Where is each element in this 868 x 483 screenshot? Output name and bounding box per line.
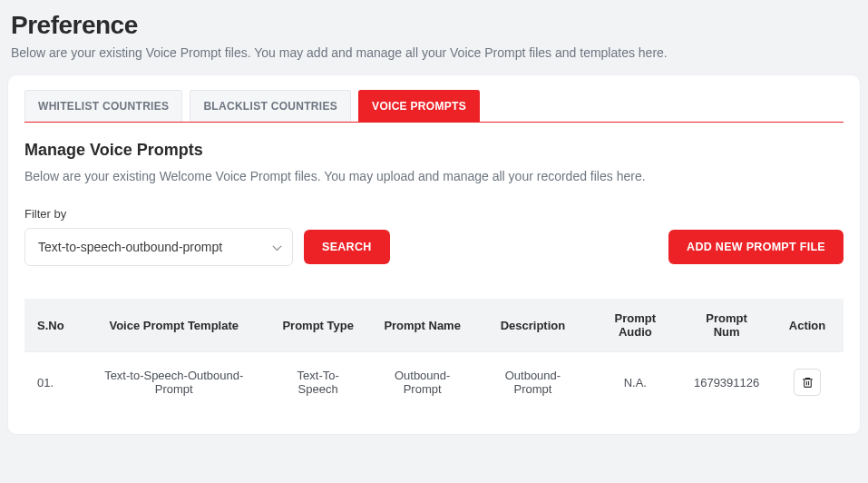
cell-type: Text-To-Speech <box>268 352 366 413</box>
filter-label: Filter by <box>24 207 844 221</box>
col-sno: S.No <box>24 299 79 352</box>
cell-name: Outbound-Prompt <box>367 352 478 413</box>
search-button[interactable]: SEARCH <box>304 230 390 264</box>
section-title: Manage Voice Prompts <box>24 141 844 160</box>
cell-audio: N.A. <box>588 352 682 413</box>
col-num: Prompt Num <box>682 299 771 352</box>
cell-desc: Outbound-Prompt <box>477 352 588 413</box>
prompts-table: S.No Voice Prompt Template Prompt Type P… <box>24 299 844 412</box>
add-prompt-file-button[interactable]: ADD NEW PROMPT FILE <box>668 230 844 264</box>
filter-row: Text-to-speech-outbound-prompt SEARCH AD… <box>24 228 844 266</box>
col-desc: Description <box>477 299 588 352</box>
preference-card: WHITELIST COUNTRIES BLACKLIST COUNTRIES … <box>7 74 861 435</box>
trash-icon <box>802 377 814 389</box>
page-subtitle: Below are your existing Voice Prompt fil… <box>11 45 861 60</box>
cell-num: 1679391126 <box>682 352 771 413</box>
tab-voice-prompts[interactable]: VOICE PROMPTS <box>358 90 480 122</box>
cell-sno: 01. <box>24 352 79 413</box>
delete-button[interactable] <box>794 369 821 396</box>
col-audio: Prompt Audio <box>588 299 682 352</box>
cell-template: Text-to-Speech-Outbound-Prompt <box>79 352 268 413</box>
col-name: Prompt Name <box>367 299 478 352</box>
cell-action <box>771 352 844 413</box>
section-subtitle: Below are your existing Welcome Voice Pr… <box>24 169 844 183</box>
page-title: Preference <box>11 11 861 40</box>
col-action: Action <box>771 299 844 352</box>
filter-select[interactable]: Text-to-speech-outbound-prompt <box>24 228 293 266</box>
filter-select-wrap: Text-to-speech-outbound-prompt <box>24 228 293 266</box>
col-template: Voice Prompt Template <box>79 299 268 352</box>
tabs-bar: WHITELIST COUNTRIES BLACKLIST COUNTRIES … <box>24 90 844 123</box>
table-header-row: S.No Voice Prompt Template Prompt Type P… <box>24 299 844 352</box>
tab-blacklist-countries[interactable]: BLACKLIST COUNTRIES <box>190 90 351 122</box>
col-type: Prompt Type <box>268 299 366 352</box>
tab-whitelist-countries[interactable]: WHITELIST COUNTRIES <box>24 90 182 122</box>
table-row: 01. Text-to-Speech-Outbound-Prompt Text-… <box>24 352 844 413</box>
